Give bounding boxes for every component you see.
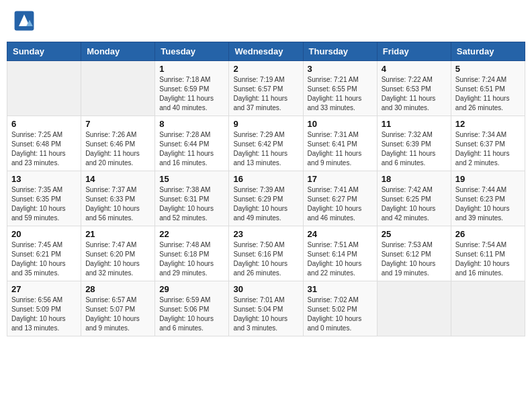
week-row-5: 27Sunrise: 6:56 AM Sunset: 5:09 PM Dayli…	[7, 281, 525, 336]
calendar-cell: 11Sunrise: 7:32 AM Sunset: 6:39 PM Dayli…	[377, 116, 451, 171]
day-number: 1	[159, 64, 224, 74]
calendar-table: SundayMondayTuesdayWednesdayThursdayFrid…	[7, 42, 525, 336]
day-info: Sunrise: 7:32 AM Sunset: 6:39 PM Dayligh…	[382, 130, 447, 168]
day-header-saturday: Saturday	[451, 42, 525, 61]
day-number: 16	[233, 174, 298, 184]
day-info: Sunrise: 7:45 AM Sunset: 6:21 PM Dayligh…	[11, 240, 77, 278]
day-number: 31	[308, 284, 373, 294]
day-info: Sunrise: 7:22 AM Sunset: 6:53 PM Dayligh…	[382, 75, 447, 113]
calendar-cell: 21Sunrise: 7:47 AM Sunset: 6:20 PM Dayli…	[81, 226, 155, 281]
day-info: Sunrise: 7:47 AM Sunset: 6:20 PM Dayligh…	[85, 240, 150, 278]
calendar-cell: 2Sunrise: 7:19 AM Sunset: 6:57 PM Daylig…	[229, 61, 303, 116]
logo-icon	[13, 10, 35, 32]
day-info: Sunrise: 7:25 AM Sunset: 6:48 PM Dayligh…	[11, 130, 77, 168]
day-info: Sunrise: 7:54 AM Sunset: 6:11 PM Dayligh…	[455, 240, 521, 278]
calendar-cell: 15Sunrise: 7:38 AM Sunset: 6:31 PM Dayli…	[155, 171, 229, 226]
calendar-cell: 3Sunrise: 7:21 AM Sunset: 6:55 PM Daylig…	[303, 61, 377, 116]
calendar-cell: 5Sunrise: 7:24 AM Sunset: 6:51 PM Daylig…	[451, 61, 525, 116]
day-number: 11	[382, 119, 447, 129]
day-number: 22	[159, 229, 224, 239]
calendar-cell: 8Sunrise: 7:28 AM Sunset: 6:44 PM Daylig…	[155, 116, 229, 171]
calendar-cell: 16Sunrise: 7:39 AM Sunset: 6:29 PM Dayli…	[229, 171, 303, 226]
calendar-cell	[451, 281, 525, 336]
day-number: 23	[233, 229, 298, 239]
day-number: 21	[85, 229, 150, 239]
day-number: 19	[455, 174, 521, 184]
page-header	[7, 7, 525, 35]
day-info: Sunrise: 6:59 AM Sunset: 5:06 PM Dayligh…	[159, 295, 224, 333]
calendar-cell: 29Sunrise: 6:59 AM Sunset: 5:06 PM Dayli…	[155, 281, 229, 336]
day-number: 2	[233, 64, 298, 74]
day-info: Sunrise: 7:42 AM Sunset: 6:25 PM Dayligh…	[382, 185, 447, 223]
day-number: 24	[308, 229, 373, 239]
day-header-friday: Friday	[377, 42, 451, 61]
calendar-cell	[81, 61, 155, 116]
day-number: 18	[382, 174, 447, 184]
calendar-cell: 28Sunrise: 6:57 AM Sunset: 5:07 PM Dayli…	[81, 281, 155, 336]
day-info: Sunrise: 6:57 AM Sunset: 5:07 PM Dayligh…	[85, 295, 150, 333]
day-info: Sunrise: 7:18 AM Sunset: 6:59 PM Dayligh…	[159, 75, 224, 113]
day-number: 10	[308, 119, 373, 129]
day-info: Sunrise: 7:34 AM Sunset: 6:37 PM Dayligh…	[455, 130, 521, 168]
calendar-cell: 22Sunrise: 7:48 AM Sunset: 6:18 PM Dayli…	[155, 226, 229, 281]
day-number: 14	[85, 174, 150, 184]
calendar-cell: 26Sunrise: 7:54 AM Sunset: 6:11 PM Dayli…	[451, 226, 525, 281]
day-header-sunday: Sunday	[7, 42, 81, 61]
calendar-cell	[7, 61, 81, 116]
calendar-cell: 10Sunrise: 7:31 AM Sunset: 6:41 PM Dayli…	[303, 116, 377, 171]
day-header-tuesday: Tuesday	[155, 42, 229, 61]
calendar-cell: 1Sunrise: 7:18 AM Sunset: 6:59 PM Daylig…	[155, 61, 229, 116]
day-info: Sunrise: 7:01 AM Sunset: 5:04 PM Dayligh…	[233, 295, 298, 333]
calendar-body: 1Sunrise: 7:18 AM Sunset: 6:59 PM Daylig…	[7, 61, 525, 336]
calendar-cell: 9Sunrise: 7:29 AM Sunset: 6:42 PM Daylig…	[229, 116, 303, 171]
calendar-cell: 19Sunrise: 7:44 AM Sunset: 6:23 PM Dayli…	[451, 171, 525, 226]
week-row-3: 13Sunrise: 7:35 AM Sunset: 6:35 PM Dayli…	[7, 171, 525, 226]
calendar-cell: 7Sunrise: 7:26 AM Sunset: 6:46 PM Daylig…	[81, 116, 155, 171]
day-info: Sunrise: 7:50 AM Sunset: 6:16 PM Dayligh…	[233, 240, 298, 278]
calendar-cell: 17Sunrise: 7:41 AM Sunset: 6:27 PM Dayli…	[303, 171, 377, 226]
day-number: 8	[159, 119, 224, 129]
calendar-cell: 31Sunrise: 7:02 AM Sunset: 5:02 PM Dayli…	[303, 281, 377, 336]
calendar-cell: 24Sunrise: 7:51 AM Sunset: 6:14 PM Dayli…	[303, 226, 377, 281]
calendar-cell: 18Sunrise: 7:42 AM Sunset: 6:25 PM Dayli…	[377, 171, 451, 226]
day-number: 5	[455, 64, 521, 74]
calendar-cell: 23Sunrise: 7:50 AM Sunset: 6:16 PM Dayli…	[229, 226, 303, 281]
day-info: Sunrise: 6:56 AM Sunset: 5:09 PM Dayligh…	[11, 295, 77, 333]
day-header-monday: Monday	[81, 42, 155, 61]
week-row-1: 1Sunrise: 7:18 AM Sunset: 6:59 PM Daylig…	[7, 61, 525, 116]
calendar-cell: 13Sunrise: 7:35 AM Sunset: 6:35 PM Dayli…	[7, 171, 81, 226]
day-header-wednesday: Wednesday	[229, 42, 303, 61]
day-info: Sunrise: 7:31 AM Sunset: 6:41 PM Dayligh…	[308, 130, 373, 168]
week-row-2: 6Sunrise: 7:25 AM Sunset: 6:48 PM Daylig…	[7, 116, 525, 171]
day-info: Sunrise: 7:44 AM Sunset: 6:23 PM Dayligh…	[455, 185, 521, 223]
header-row: SundayMondayTuesdayWednesdayThursdayFrid…	[7, 42, 525, 61]
day-number: 15	[159, 174, 224, 184]
day-info: Sunrise: 7:02 AM Sunset: 5:02 PM Dayligh…	[308, 295, 373, 333]
day-info: Sunrise: 7:19 AM Sunset: 6:57 PM Dayligh…	[233, 75, 298, 113]
day-info: Sunrise: 7:39 AM Sunset: 6:29 PM Dayligh…	[233, 185, 298, 223]
day-info: Sunrise: 7:28 AM Sunset: 6:44 PM Dayligh…	[159, 130, 224, 168]
day-info: Sunrise: 7:38 AM Sunset: 6:31 PM Dayligh…	[159, 185, 224, 223]
calendar-cell	[377, 281, 451, 336]
day-info: Sunrise: 7:41 AM Sunset: 6:27 PM Dayligh…	[308, 185, 373, 223]
day-number: 20	[11, 229, 77, 239]
day-number: 17	[308, 174, 373, 184]
calendar-header: SundayMondayTuesdayWednesdayThursdayFrid…	[7, 42, 525, 61]
day-number: 3	[308, 64, 373, 74]
calendar-cell: 30Sunrise: 7:01 AM Sunset: 5:04 PM Dayli…	[229, 281, 303, 336]
calendar-cell: 6Sunrise: 7:25 AM Sunset: 6:48 PM Daylig…	[7, 116, 81, 171]
calendar-cell: 4Sunrise: 7:22 AM Sunset: 6:53 PM Daylig…	[377, 61, 451, 116]
day-number: 7	[85, 119, 150, 129]
day-info: Sunrise: 7:35 AM Sunset: 6:35 PM Dayligh…	[11, 185, 77, 223]
calendar-cell: 25Sunrise: 7:53 AM Sunset: 6:12 PM Dayli…	[377, 226, 451, 281]
day-number: 4	[382, 64, 447, 74]
calendar-cell: 20Sunrise: 7:45 AM Sunset: 6:21 PM Dayli…	[7, 226, 81, 281]
day-info: Sunrise: 7:24 AM Sunset: 6:51 PM Dayligh…	[455, 75, 521, 113]
day-info: Sunrise: 7:21 AM Sunset: 6:55 PM Dayligh…	[308, 75, 373, 113]
day-number: 30	[233, 284, 298, 294]
day-number: 25	[382, 229, 447, 239]
day-number: 27	[11, 284, 77, 294]
logo	[13, 10, 38, 32]
day-info: Sunrise: 7:29 AM Sunset: 6:42 PM Dayligh…	[233, 130, 298, 168]
day-info: Sunrise: 7:51 AM Sunset: 6:14 PM Dayligh…	[308, 240, 373, 278]
